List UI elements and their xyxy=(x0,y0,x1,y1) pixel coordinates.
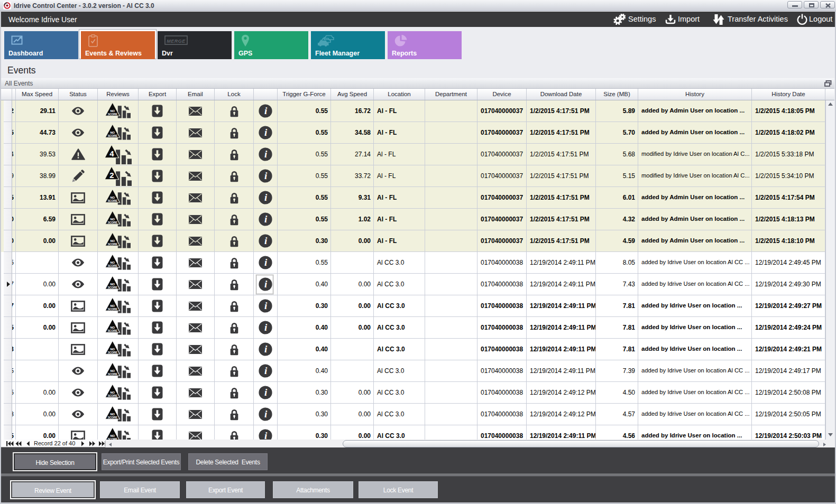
svg-text:SCORE: SCORE xyxy=(108,113,118,116)
svg-text:i: i xyxy=(264,127,268,138)
svg-text:NO: NO xyxy=(110,412,115,415)
svg-text:i: i xyxy=(264,105,268,116)
svg-text:SCORE: SCORE xyxy=(108,199,118,202)
svg-text:i: i xyxy=(264,170,268,181)
svg-text:NO: NO xyxy=(110,239,115,242)
svg-text:i: i xyxy=(264,430,268,440)
svg-text:NO: NO xyxy=(110,347,115,350)
svg-text:i: i xyxy=(264,257,268,268)
svg-text:i: i xyxy=(264,343,268,354)
svg-text:2: 2 xyxy=(109,171,114,180)
svg-text:NO: NO xyxy=(110,109,115,112)
svg-text:i: i xyxy=(264,148,268,160)
svg-text:SCORE: SCORE xyxy=(108,416,118,419)
svg-text:NO: NO xyxy=(110,434,115,437)
svg-text:SCORE: SCORE xyxy=(108,242,118,246)
svg-text:NO: NO xyxy=(110,217,115,220)
svg-text:i: i xyxy=(264,213,268,225)
svg-text:NO: NO xyxy=(110,369,115,372)
svg-text:NO: NO xyxy=(110,325,115,329)
svg-text:i: i xyxy=(264,300,268,311)
svg-text:SCORE: SCORE xyxy=(108,394,118,397)
svg-text:i: i xyxy=(264,322,268,333)
svg-text:4: 4 xyxy=(109,149,114,158)
svg-text:NO: NO xyxy=(110,390,115,394)
svg-text:SCORE: SCORE xyxy=(108,372,118,376)
svg-text:NO: NO xyxy=(110,282,115,285)
svg-text:i: i xyxy=(264,365,268,376)
svg-text:i: i xyxy=(264,408,268,419)
svg-text:SCORE: SCORE xyxy=(108,351,118,354)
svg-text:SCORE: SCORE xyxy=(108,221,118,224)
svg-text:SCORE: SCORE xyxy=(108,329,118,332)
svg-text:MERGE: MERGE xyxy=(167,39,186,44)
svg-text:SCORE: SCORE xyxy=(108,134,118,137)
svg-text:NO: NO xyxy=(110,260,115,264)
svg-text:NO: NO xyxy=(110,304,115,307)
svg-text:i: i xyxy=(264,235,268,246)
svg-text:i: i xyxy=(264,387,268,398)
svg-text:NO: NO xyxy=(110,195,115,199)
svg-text:SCORE: SCORE xyxy=(108,286,118,289)
svg-text:i: i xyxy=(264,192,268,203)
svg-text:SCORE: SCORE xyxy=(108,264,118,267)
svg-text:SCORE: SCORE xyxy=(108,307,118,311)
svg-text:NO: NO xyxy=(110,130,115,134)
